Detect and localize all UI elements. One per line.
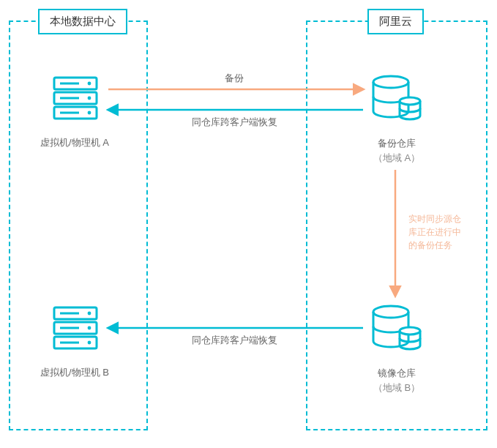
vault-b-name: 镜像仓库: [378, 367, 416, 378]
svg-point-7: [88, 97, 91, 100]
vault-b-region: （地域 B）: [373, 382, 420, 393]
server-icon: [50, 303, 101, 354]
region-local-title: 本地数据中心: [38, 9, 127, 34]
region-cloud-title: 阿里云: [367, 9, 424, 34]
sync-line2: 库正在进行中: [408, 227, 461, 237]
svg-point-8: [88, 111, 91, 115]
vault-a-label: 备份仓库 （地域 A）: [345, 136, 448, 165]
svg-point-21: [400, 327, 420, 335]
svg-point-15: [88, 312, 91, 316]
svg-point-18: [373, 76, 408, 88]
svg-point-20: [373, 306, 408, 318]
svg-point-16: [88, 326, 91, 330]
vault-a-region: （地域 A）: [373, 152, 420, 163]
database-icon: [369, 303, 423, 354]
diagram-canvas: 本地数据中心 阿里云 虚拟机/物理机 A 虚拟机: [0, 0, 497, 448]
vault-a-name: 备份仓库: [378, 138, 416, 149]
vm-b-label: 虚拟机/物理机 B: [23, 366, 126, 379]
server-icon: [50, 73, 101, 124]
svg-point-17: [88, 341, 91, 345]
vm-a-label: 虚拟机/物理机 A: [23, 136, 126, 149]
backup-label: 备份: [212, 72, 256, 85]
sync-line1: 实时同步源仓: [408, 214, 461, 224]
vault-b-label: 镜像仓库 （地域 B）: [345, 366, 448, 395]
svg-point-19: [400, 97, 420, 105]
svg-point-6: [88, 82, 91, 86]
sync-line3: 的备份任务: [408, 240, 452, 250]
database-icon: [369, 73, 423, 124]
restore-a-label: 同仓库跨客户端恢复: [168, 116, 300, 129]
restore-b-label: 同仓库跨客户端恢复: [168, 334, 300, 347]
sync-label: 实时同步源仓 库正在进行中 的备份任务: [408, 212, 467, 252]
